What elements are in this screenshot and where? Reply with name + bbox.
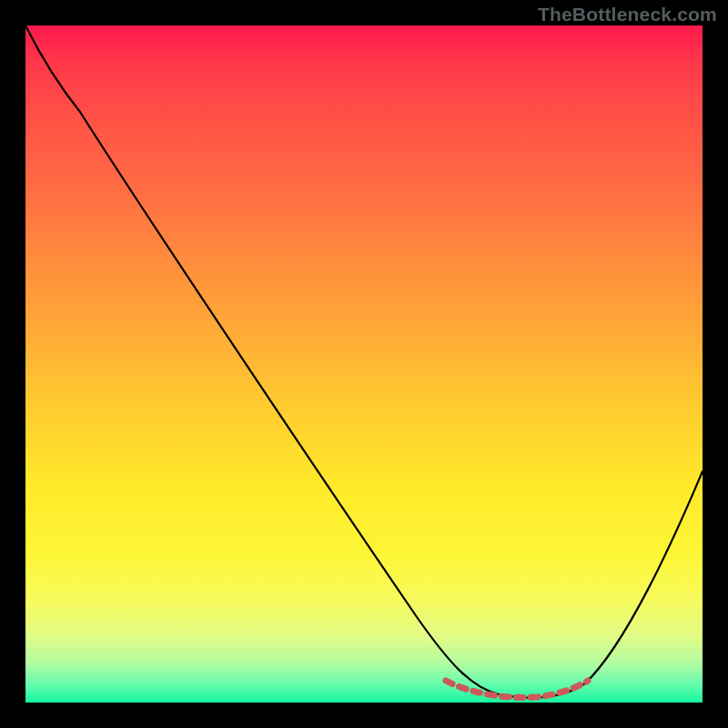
watermark-text: TheBottleneck.com	[538, 4, 717, 25]
plot-area	[25, 25, 703, 703]
chart-container: TheBottleneck.com	[0, 0, 728, 728]
curve-svg	[25, 25, 703, 703]
bottleneck-curve	[25, 25, 703, 698]
optimal-range-highlight	[446, 681, 588, 697]
